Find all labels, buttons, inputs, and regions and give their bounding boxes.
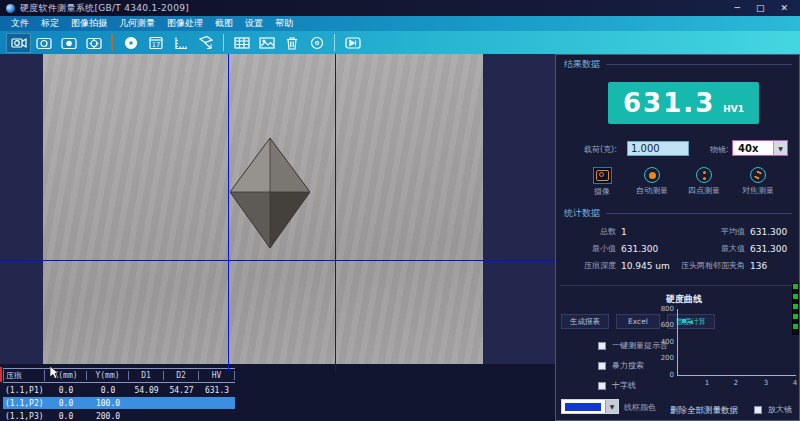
green-striped-scrollbar[interactable] [792,283,799,335]
auto-measure-icon [644,167,660,183]
image-viewport [0,54,555,364]
four-point-label: 四点测量 [688,185,720,196]
focus-measure-icon [750,167,766,183]
stat-label: 压头两相邻面夹角 [669,260,745,271]
menu-bar: 文件 标定 图像拍摄 几何测量 图像处理 截图 设置 帮助 [0,16,800,31]
cell: 0.0 [45,399,87,408]
menu-help[interactable]: 帮助 [269,17,299,30]
hardness-unit: HV1 [723,104,744,114]
micrograph-image [43,54,483,364]
right-panel: 结果数据 631.3 HV1 载荷(克): 物镜: 40x ▼ 摄像 自动测量 [555,54,800,421]
col-y: Y(mm) [87,371,129,380]
stat-label: 最小值 [564,243,616,254]
checkbox-icon [598,362,606,370]
objective-select[interactable]: 40x ▼ [732,140,788,156]
camera-focus-icon[interactable] [81,33,106,53]
focus-measure-button[interactable]: 对焦测量 [730,167,786,196]
measure-line-horizontal [0,260,555,261]
chart-data-point [682,319,686,323]
statistics-grid: 总数 1 平均值 631.300 最小值 631.300 最大值 631.300… [564,223,794,274]
trash-icon[interactable] [279,33,304,53]
objective-value: 40x [733,143,773,154]
cell: 0.0 [45,386,87,395]
toolbar-separator [111,34,113,51]
objective-label: 物镜: [710,144,729,155]
stat-label: 总数 [564,226,616,237]
y-tick: 200 [656,354,674,362]
menu-settings[interactable]: 设置 [239,17,269,30]
col-indent: 压痕 [3,370,45,381]
table-row[interactable]: (1.1,P3) 0.0 200.0 [3,410,235,421]
cell: (1.1,P1) [3,386,45,395]
crosshair-checkbox[interactable]: 十字线 [598,380,636,391]
mouse-cursor [50,366,59,379]
disc-icon[interactable] [304,33,329,53]
close-button[interactable]: ✕ [780,3,788,13]
menu-image-capture[interactable]: 图像拍摄 [65,17,113,30]
cell: 54.27 [164,386,199,395]
stat-label: 平均值 [669,226,745,237]
menu-geometry-measure[interactable]: 几何测量 [113,17,161,30]
play-next-icon[interactable] [340,33,365,53]
line-color-select[interactable]: ▼ [561,399,619,414]
cell: 54.09 [129,386,164,395]
excel-button[interactable]: Excel [616,314,660,329]
x-tick: 2 [730,379,742,387]
chevron-down-icon: ▼ [773,141,787,155]
window-title: 硬度软件测量系统[GB/T 4340.1-2009] [20,2,189,15]
menu-image-processing[interactable]: 图像处理 [161,17,209,30]
chart-plot-area [677,309,796,376]
cell: (1.1,P3) [3,412,45,421]
force-search-checkbox[interactable]: 暴力搜索 [598,360,644,371]
y-tick: 800 [656,305,674,313]
checkbox-icon [598,382,606,390]
cell: 200.0 [87,412,129,421]
load-input[interactable] [627,141,689,156]
auto-measure-button[interactable]: 自动测量 [624,167,680,196]
stat-value: 10.945 um [621,261,669,271]
table-icon[interactable] [229,33,254,53]
four-point-icon [696,167,712,183]
svg-text:17: 17 [151,41,159,49]
image-icon[interactable] [254,33,279,53]
minimize-button[interactable]: ─ [735,3,740,13]
measure-export-icon[interactable] [193,33,218,53]
focus-measure-label: 对焦测量 [742,185,774,196]
camera-icon [593,167,612,184]
cell: 631.3 [199,386,235,395]
chevron-down-icon: ▼ [605,400,618,413]
app-window: 硬度软件测量系统[GB/T 4340.1-2009] ─ □ ✕ 文件 标定 图… [0,0,800,421]
measure-line-vertical-2 [335,54,336,372]
camera-capture-icon[interactable] [31,33,56,53]
calibration-book-icon[interactable]: 17 [143,33,168,53]
measurement-table: 压痕 X(mm) Y(mm) D1 D2 HV (1.1,P1) 0.0 0.0… [0,364,555,421]
table-row[interactable]: (1.1,P1) 0.0 0.0 54.09 54.27 631.3 [3,384,235,396]
y-tick: 600 [656,321,674,329]
section-divider [560,285,796,286]
cell: 0.0 [45,412,87,421]
vickers-indentation [230,138,310,248]
stats-section-title: 统计数据 [564,207,600,220]
x-tick: 3 [760,379,772,387]
y-tick: 400 [656,338,674,346]
menu-file[interactable]: 文件 [5,17,35,30]
cell: 100.0 [87,399,129,408]
table-left-marker [0,367,2,382]
toolbar-separator [223,34,224,51]
cell: (1.1,P2) [3,399,45,408]
camera-auto-icon[interactable] [56,33,81,53]
stat-value: 631.300 [750,244,787,254]
menu-calibration[interactable]: 标定 [35,17,65,30]
record-icon[interactable] [118,33,143,53]
camera-button-label: 摄像 [594,186,610,197]
menu-screenshot[interactable]: 截图 [209,17,239,30]
maximize-button[interactable]: □ [756,3,765,13]
camera-button[interactable]: 摄像 [574,167,630,197]
four-point-measure-button[interactable]: 四点测量 [676,167,732,196]
load-label: 载荷(克): [584,144,617,155]
ruler-icon[interactable] [168,33,193,53]
result-section-header: 结果数据 [564,58,792,71]
table-row-selected[interactable]: (1.1,P2) 0.0 100.0 [3,397,235,409]
live-camera-icon[interactable] [6,33,31,53]
generate-report-button[interactable]: 生成报表 [561,314,609,329]
